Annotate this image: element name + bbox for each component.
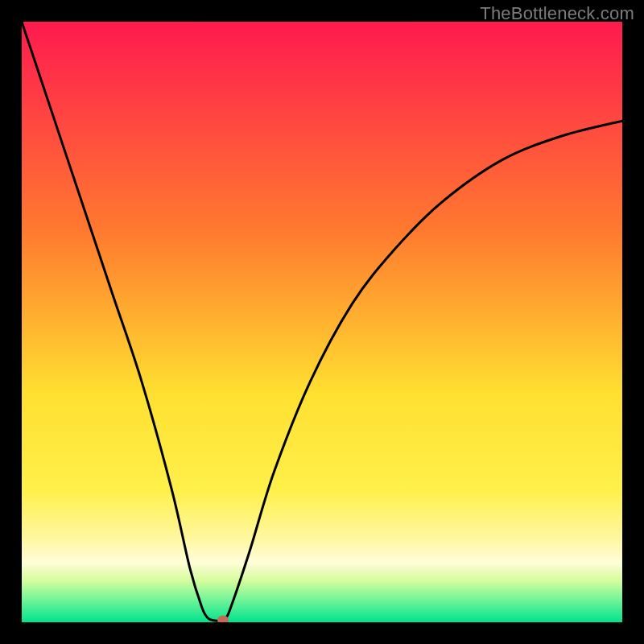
- chart-frame: TheBottleneck.com: [0, 0, 644, 644]
- optimum-marker: [217, 616, 229, 622]
- watermark-text: TheBottleneck.com: [480, 3, 634, 24]
- bottleneck-curve: [22, 22, 622, 622]
- plot-area: [22, 22, 622, 622]
